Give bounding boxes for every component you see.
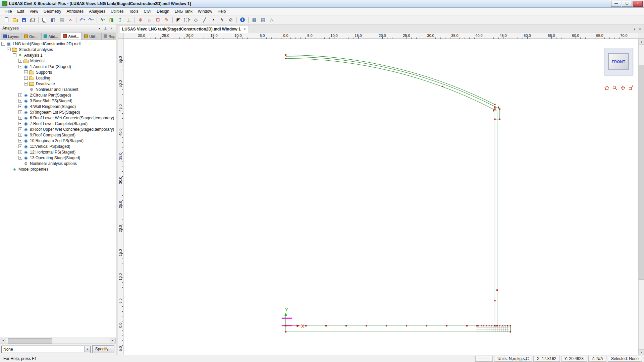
model-node[interactable]	[406, 325, 407, 326]
mesh-node[interactable]	[489, 325, 490, 326]
tree-item[interactable]: +◉9:Roof Complete(Staged)	[0, 132, 116, 138]
mesh-node[interactable]	[481, 325, 482, 326]
collapse-icon[interactable]: -	[13, 53, 16, 57]
deselect-button[interactable]: ⊘	[227, 16, 235, 24]
mesh-node[interactable]	[499, 325, 500, 326]
specify-button[interactable]: Specify...	[92, 345, 114, 353]
dropdown-arrow-icon[interactable]: ▾	[84, 16, 85, 23]
menu-geometry[interactable]: Geometry	[41, 8, 64, 15]
model-node[interactable]	[285, 325, 286, 326]
table-button[interactable]: ▤	[259, 16, 267, 24]
restore-button[interactable]: ▢	[622, 1, 632, 7]
model-node[interactable]	[496, 289, 498, 291]
tree-item[interactable]: +◉10:Ringbeam 2nd PS(Staged)	[0, 138, 116, 143]
tab-list-button[interactable]: ▾	[632, 27, 637, 32]
panel-tab-gro[interactable]: Gro...	[22, 33, 41, 40]
menu-design[interactable]: Design	[154, 8, 172, 15]
model-canvas[interactable]: YX FRONT	[123, 39, 638, 355]
loadcase-combobox[interactable]: None ▾	[1, 346, 91, 353]
menu-edit[interactable]: Edit	[14, 8, 27, 15]
scroll-right-button[interactable]: ▸	[110, 338, 116, 343]
model-node[interactable]	[305, 325, 307, 326]
select-polygon-button[interactable]: ◇	[192, 16, 200, 24]
home-view-button[interactable]: ⌂	[145, 16, 153, 24]
expand-icon[interactable]: +	[18, 99, 22, 103]
tree-item[interactable]: +◉12:Horizontal PS(Staged)	[0, 149, 116, 155]
model-node[interactable]	[494, 107, 496, 108]
model-node[interactable]	[325, 325, 327, 326]
mesh-node[interactable]	[478, 325, 479, 326]
tree-item[interactable]: -Structural analyses	[0, 47, 116, 52]
scroll-thumb-vertical[interactable]	[639, 65, 644, 280]
model-node[interactable]	[285, 331, 286, 333]
grid-button[interactable]: ▦	[250, 16, 258, 24]
expand-icon[interactable]: +	[18, 59, 22, 63]
tree-item[interactable]: -▦LNG tank(StagedConstruction2D).mdl	[0, 41, 116, 47]
panel-tab-anal[interactable]: Anal...	[61, 32, 82, 40]
mesh-toggle-button[interactable]: ◨	[107, 16, 115, 24]
expand-icon[interactable]: +	[18, 110, 22, 114]
combobox-dropdown-icon[interactable]: ▾	[84, 346, 90, 352]
expand-icon[interactable]: +	[18, 127, 22, 131]
expand-icon[interactable]: +	[18, 122, 22, 125]
tree-item[interactable]: +Material	[0, 58, 116, 64]
info-button[interactable]: i	[238, 16, 247, 24]
expand-icon[interactable]: +	[18, 144, 22, 148]
solve-button[interactable]: ϟ▾	[99, 16, 107, 24]
tree-item[interactable]: +◉11:Vertical PS(Staged)	[0, 143, 116, 149]
tree-item[interactable]: ◈Model properties	[0, 166, 116, 172]
mesh-node[interactable]	[507, 325, 508, 326]
open-model-button[interactable]	[11, 16, 19, 24]
pan-icon[interactable]	[620, 85, 626, 90]
home-view-icon[interactable]	[604, 85, 609, 90]
scroll-down-button[interactable]: ▾	[639, 349, 644, 355]
panel-tab-attri[interactable]: Attri...	[41, 33, 61, 40]
expand-icon[interactable]: +	[18, 133, 22, 137]
scroll-thumb[interactable]	[8, 338, 52, 344]
roof-arc[interactable]	[286, 58, 494, 109]
expand-icon[interactable]: +	[24, 82, 28, 85]
dropdown-arrow-icon[interactable]: ▾	[103, 16, 105, 23]
expand-icon[interactable]: +	[18, 93, 22, 97]
menu-tools[interactable]: Tools	[126, 8, 141, 15]
panel-tab-utili[interactable]: Utili...	[82, 33, 101, 40]
dropdown-arrow-icon[interactable]: ▾	[93, 16, 94, 23]
print-button[interactable]	[29, 16, 37, 24]
dropdown-arrow-icon[interactable]: ▾	[189, 16, 191, 23]
axis-plane-button[interactable]: ⊥	[125, 16, 133, 24]
expand-icon[interactable]: +	[18, 105, 22, 108]
scroll-track[interactable]	[6, 338, 110, 343]
save-model-button[interactable]	[20, 16, 28, 24]
model-node[interactable]	[494, 104, 496, 105]
menu-analyses[interactable]: Analyses	[86, 8, 108, 15]
model-node[interactable]	[285, 54, 286, 56]
copy-button[interactable]	[40, 16, 48, 24]
menu-help[interactable]: Help	[215, 8, 228, 15]
panel-close-button[interactable]: ×	[108, 25, 114, 31]
new-model-button[interactable]	[2, 16, 10, 24]
model-node[interactable]	[498, 107, 499, 108]
mesh-button[interactable]: △	[268, 16, 276, 24]
expand-icon[interactable]: +	[18, 116, 22, 120]
model-node[interactable]	[510, 331, 511, 333]
delete-button[interactable]: ×	[66, 16, 74, 24]
model-node[interactable]	[510, 325, 511, 326]
mesh-node[interactable]	[494, 325, 495, 326]
tree-item[interactable]: +◉8:Roof Upper Wet Concrete(Staged,tempo…	[0, 126, 116, 132]
model-node[interactable]	[442, 86, 443, 87]
roof-arc[interactable]	[286, 55, 495, 105]
tree-item[interactable]: -◉1:Annular Part(Staged)	[0, 64, 116, 69]
model-node[interactable]	[426, 325, 427, 326]
expand-icon[interactable]: +	[18, 150, 22, 154]
collapse-icon[interactable]: -	[7, 48, 11, 51]
expand-icon[interactable]: +	[24, 76, 28, 80]
tab-strip-close-button[interactable]: ×	[637, 27, 643, 32]
model-node[interactable]	[285, 58, 286, 59]
expand-icon[interactable]: +	[18, 139, 22, 142]
menu-civil[interactable]: Civil	[141, 8, 154, 15]
menu-lng-tank[interactable]: LNG Tank	[172, 8, 195, 15]
panel-tab-layers[interactable]: Layers	[1, 33, 21, 40]
model-node[interactable]	[446, 325, 447, 326]
organize-button[interactable]: ▤	[58, 16, 66, 24]
select-pointer-button[interactable]: ◤	[174, 16, 182, 24]
